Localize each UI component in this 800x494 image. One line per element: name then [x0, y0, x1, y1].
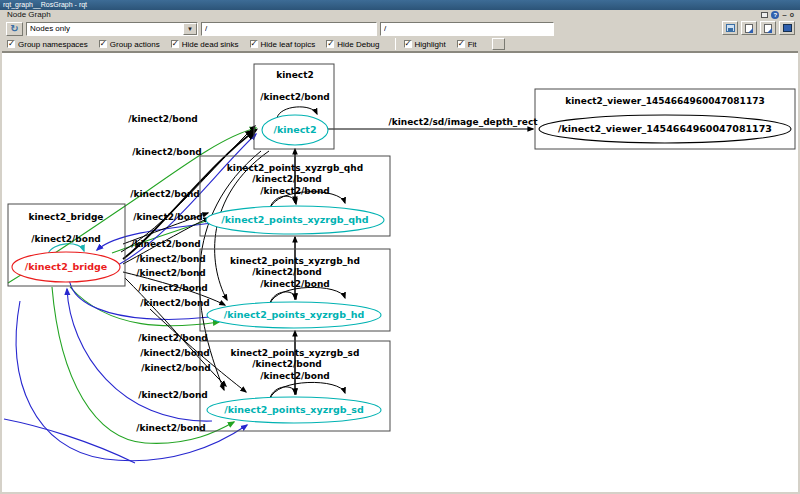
checkbox-icon[interactable]	[99, 40, 107, 48]
options-row: Group namespaces Group actions Hide dead…	[2, 37, 798, 52]
load-dot-button[interactable]	[722, 21, 738, 35]
edge-label-bond: /kinect2/bond	[140, 348, 210, 358]
window-titlebar[interactable]: rqt_graph__RosGraph - rqt	[0, 0, 800, 10]
undock-icon[interactable]	[761, 12, 768, 18]
cluster-title: kinect2_viewer_1454664960047081173	[565, 96, 764, 106]
checkbox-label: Hide Debug	[337, 40, 379, 49]
edge-label-bond: /kinect2/bond	[133, 212, 203, 222]
toolbar-separator	[395, 38, 396, 50]
graph-nodes	[12, 115, 791, 423]
edge-label-bond: /kinect2/bond	[128, 114, 198, 124]
help-icon[interactable]: ?	[771, 11, 779, 19]
edge-label-bond: /kinect2/bond	[138, 283, 208, 293]
edge-label-bond: /kinect2/bond	[130, 189, 200, 199]
edge-label-bond: /kinect2/bond	[260, 186, 330, 196]
checkbox-icon[interactable]	[404, 40, 412, 48]
checkbox-icon[interactable]	[326, 40, 334, 48]
edge-label-bond: /kinect2/bond	[138, 333, 208, 343]
cluster-title: kinect2_points_xyzrgb_qhd	[227, 163, 363, 173]
edge-label-bond: /kinect2/bond	[252, 267, 322, 277]
checkbox-group-namespaces[interactable]: Group namespaces	[7, 40, 88, 49]
edge-label-image-depth: /kinect2/sd/image_depth_rect	[388, 117, 538, 127]
checkbox-label: Group namespaces	[18, 40, 88, 49]
edge-label-bond: /kinect2/bond	[140, 298, 210, 308]
edge-label-bond: /kinect2/bond	[31, 234, 101, 244]
node-label: /kinect2_points_xyzrgb_sd	[224, 404, 363, 415]
close-icon[interactable]: o	[790, 11, 794, 19]
checkbox-hide-leaf-topics[interactable]: Hide leaf topics	[250, 40, 316, 49]
node-graph-svg: kinect2 /kinect2/bond /kinect2 kinect2_v…	[2, 53, 798, 493]
checkbox-label: Hide dead sinks	[182, 40, 239, 49]
cluster-title: kinect2_points_xyzrgb_hd	[230, 256, 360, 266]
save-dot-button[interactable]	[741, 21, 757, 35]
dock-title: Node Graph	[7, 10, 51, 19]
minimize-icon[interactable]: –	[782, 11, 786, 19]
chevron-down-icon[interactable]: ▼	[183, 23, 197, 35]
checkbox-icon[interactable]	[171, 40, 179, 48]
topic-filter-input[interactable]	[380, 22, 554, 36]
checkbox-label: Group actions	[110, 40, 160, 49]
cluster-title: kinect2_bridge	[29, 212, 104, 222]
save-svg-icon	[764, 24, 772, 33]
edge-label-bond: /kinect2/bond	[260, 371, 330, 381]
edge-label-bond: /kinect2/bond	[260, 92, 330, 102]
node-label: /kinect2_points_xyzrgb_hd	[224, 309, 365, 320]
node-label: /kinect2_bridge	[25, 261, 108, 272]
edge-label-bond: /kinect2/bond	[138, 390, 208, 400]
edge-label-bond: /kinect2/bond	[252, 174, 322, 184]
graph-type-value: Nodes only	[30, 24, 70, 33]
node-label: /kinect2	[273, 124, 316, 135]
checkbox-icon[interactable]	[457, 40, 465, 48]
checkbox-hide-dead-sinks[interactable]: Hide dead sinks	[171, 40, 239, 49]
save-dot-icon	[745, 24, 753, 33]
checkbox-icon[interactable]	[7, 40, 15, 48]
checkbox-highlight[interactable]: Highlight	[404, 40, 446, 49]
node-label: /kinect2_viewer_1454664960047081173	[558, 123, 772, 134]
save-image-button[interactable]	[779, 21, 795, 35]
load-dot-icon	[726, 24, 735, 32]
node-filter-input[interactable]	[201, 22, 377, 36]
fit-in-view-button[interactable]	[492, 38, 505, 50]
graph-canvas[interactable]: kinect2 /kinect2/bond /kinect2 kinect2_v…	[2, 52, 798, 492]
refresh-icon: ↻	[10, 23, 18, 34]
node-label: /kinect2_points_xyzrgb_qhd	[221, 214, 368, 225]
edge-label-bond: /kinect2/bond	[132, 147, 202, 157]
cluster-title: kinect2_points_xyzrgb_sd	[231, 348, 360, 358]
checkbox-label: Hide leaf topics	[261, 40, 316, 49]
edge-label-bond: /kinect2/bond	[141, 363, 211, 373]
graph-toolbar: ↻ Nodes only ▼	[2, 20, 798, 37]
edge-label-bond: /kinect2/bond	[131, 239, 201, 249]
graph-labels: kinect2 /kinect2/bond /kinect2 kinect2_v…	[25, 70, 772, 433]
edge-label-bond: /kinect2/bond	[260, 279, 330, 289]
checkbox-label: Fit	[468, 40, 477, 49]
checkbox-group-actions[interactable]: Group actions	[99, 40, 160, 49]
save-svg-button[interactable]	[760, 21, 776, 35]
checkbox-label: Highlight	[415, 40, 446, 49]
checkbox-fit[interactable]: Fit	[457, 40, 477, 49]
edge-label-bond: /kinect2/bond	[136, 268, 206, 278]
window-title: rqt_graph__RosGraph - rqt	[3, 1, 87, 8]
save-image-icon	[783, 24, 792, 32]
graph-type-select[interactable]: Nodes only ▼	[26, 22, 198, 36]
edge-label-bond: /kinect2/bond	[252, 359, 322, 369]
edge-label-bond: /kinect2/bond	[136, 254, 206, 264]
dock-header[interactable]: Node Graph ? – o	[2, 10, 798, 20]
rqt-window: rqt_graph__RosGraph - rqt Node Graph ? –…	[0, 0, 800, 494]
cluster-title: kinect2	[276, 70, 313, 80]
edge-label-bond: /kinect2/bond	[136, 423, 206, 433]
checkbox-icon[interactable]	[250, 40, 258, 48]
refresh-button[interactable]: ↻	[6, 22, 23, 36]
checkbox-hide-debug[interactable]: Hide Debug	[326, 40, 379, 49]
